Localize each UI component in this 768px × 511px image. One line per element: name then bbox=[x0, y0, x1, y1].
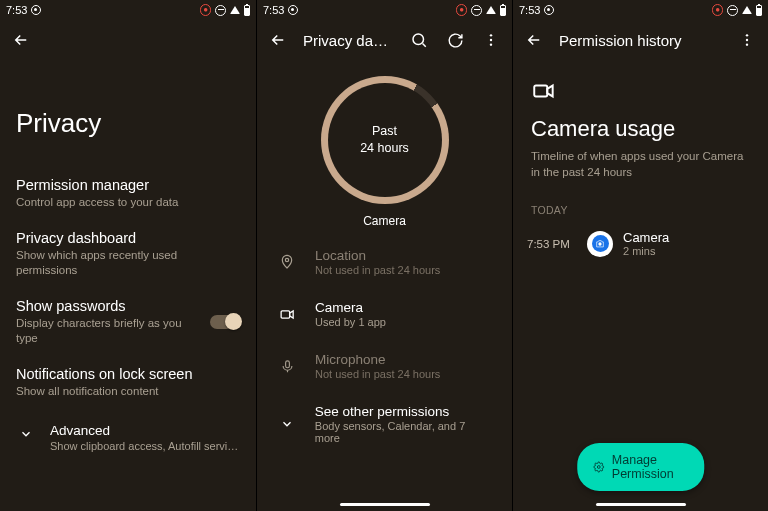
app-icon bbox=[587, 231, 613, 257]
svg-point-7 bbox=[746, 34, 748, 36]
wifi-icon bbox=[742, 6, 752, 14]
perm-subtitle: Body sensors, Calendar, and 7 more bbox=[315, 420, 492, 444]
refresh-button[interactable] bbox=[444, 29, 466, 51]
perm-microphone[interactable]: Microphone Not used in past 24 hours bbox=[257, 340, 512, 392]
screen-record-icon bbox=[31, 5, 41, 15]
svg-point-4 bbox=[285, 258, 288, 261]
camera-icon bbox=[277, 306, 297, 323]
setting-title: Advanced bbox=[50, 423, 240, 438]
nav-bar bbox=[257, 497, 512, 511]
battery-icon bbox=[244, 5, 250, 16]
privacy-settings-screen: 7:53 ● Privacy Permission manager Contro… bbox=[0, 0, 256, 511]
svg-point-0 bbox=[413, 34, 424, 45]
overflow-menu-button[interactable] bbox=[736, 29, 758, 51]
page-description: Timeline of when apps used your Camera i… bbox=[513, 148, 768, 196]
ring-line1: Past bbox=[360, 123, 409, 140]
setting-subtitle: Display characters briefly as you type bbox=[16, 316, 198, 346]
wifi-icon bbox=[230, 6, 240, 14]
chevron-down-icon bbox=[16, 423, 36, 445]
perm-see-other[interactable]: See other permissions Body sensors, Cale… bbox=[257, 392, 512, 456]
status-time: 7:53 bbox=[6, 4, 27, 16]
setting-lockscreen-notifications[interactable]: Notifications on lock screen Show all no… bbox=[0, 356, 256, 409]
status-bar: 7:53 ● bbox=[0, 0, 256, 20]
status-time: 7:53 bbox=[519, 4, 540, 16]
setting-title: Permission manager bbox=[16, 177, 240, 193]
nav-pill[interactable] bbox=[596, 503, 686, 506]
perm-subtitle: Not used in past 24 hours bbox=[315, 368, 440, 380]
show-passwords-toggle[interactable] bbox=[210, 315, 240, 329]
ring-line2: 24 hours bbox=[360, 140, 409, 157]
overflow-menu-button[interactable] bbox=[480, 29, 502, 51]
back-button[interactable] bbox=[523, 29, 545, 51]
battery-icon bbox=[500, 5, 506, 16]
screen-record-icon bbox=[288, 5, 298, 15]
setting-subtitle: Show clipboard access, Autofill service … bbox=[50, 440, 240, 452]
microphone-icon bbox=[277, 359, 297, 374]
svg-point-1 bbox=[490, 34, 492, 36]
fab-label: Manage Permission bbox=[612, 453, 688, 481]
setting-show-passwords[interactable]: Show passwords Display characters briefl… bbox=[0, 288, 256, 356]
nav-pill[interactable] bbox=[340, 503, 430, 506]
perm-title: Microphone bbox=[315, 352, 440, 367]
gear-icon bbox=[593, 459, 604, 475]
dnd-icon bbox=[471, 5, 482, 16]
usage-duration: 2 mins bbox=[623, 245, 669, 257]
page-title: Privacy bbox=[0, 60, 256, 167]
setting-subtitle: Control app access to your data bbox=[16, 195, 240, 210]
search-button[interactable] bbox=[408, 29, 430, 51]
svg-point-3 bbox=[490, 43, 492, 45]
appbar-title: Privacy dashb... bbox=[303, 32, 394, 49]
svg-point-9 bbox=[746, 43, 748, 45]
recording-pill-icon: ● bbox=[712, 4, 723, 16]
status-bar: 7:53 ● bbox=[257, 0, 512, 20]
camera-icon bbox=[531, 78, 768, 104]
setting-title: Notifications on lock screen bbox=[16, 366, 240, 382]
battery-icon bbox=[756, 5, 762, 16]
section-today: TODAY bbox=[513, 196, 768, 224]
setting-privacy-dashboard[interactable]: Privacy dashboard Show which apps recent… bbox=[0, 220, 256, 288]
status-bar: 7:53 ● bbox=[513, 0, 768, 20]
svg-rect-5 bbox=[281, 310, 290, 317]
back-button[interactable] bbox=[10, 29, 32, 51]
screen-record-icon bbox=[544, 5, 554, 15]
svg-point-12 bbox=[597, 466, 600, 469]
status-time: 7:53 bbox=[263, 4, 284, 16]
recording-pill-icon: ● bbox=[200, 4, 211, 16]
location-icon bbox=[277, 254, 297, 270]
setting-title: Privacy dashboard bbox=[16, 230, 240, 246]
app-bar bbox=[0, 20, 256, 60]
perm-title: Location bbox=[315, 248, 440, 263]
perm-title: Camera bbox=[315, 300, 386, 315]
page-heading: Camera usage bbox=[513, 104, 768, 148]
ring-label: Camera bbox=[363, 214, 406, 228]
permission-history-screen: 7:53 ● Permission history Camera usage T… bbox=[512, 0, 768, 511]
app-bar: Privacy dashb... bbox=[257, 20, 512, 60]
setting-permission-manager[interactable]: Permission manager Control app access to… bbox=[0, 167, 256, 220]
recording-pill-icon: ● bbox=[456, 4, 467, 16]
svg-rect-10 bbox=[534, 86, 547, 97]
wifi-icon bbox=[486, 6, 496, 14]
chevron-down-icon bbox=[277, 417, 297, 431]
dnd-icon bbox=[215, 5, 226, 16]
setting-subtitle: Show which apps recently used permission… bbox=[16, 248, 240, 278]
perm-location[interactable]: Location Not used in past 24 hours bbox=[257, 236, 512, 288]
setting-title: Show passwords bbox=[16, 298, 198, 314]
setting-subtitle: Show all notification content bbox=[16, 384, 240, 399]
dnd-icon bbox=[727, 5, 738, 16]
manage-permission-button[interactable]: Manage Permission bbox=[577, 443, 705, 491]
usage-ring: Past 24 hours Camera bbox=[257, 60, 512, 236]
svg-point-8 bbox=[746, 39, 748, 41]
setting-advanced[interactable]: Advanced Show clipboard access, Autofill… bbox=[0, 409, 256, 466]
usage-time: 7:53 PM bbox=[527, 238, 577, 250]
perm-camera[interactable]: Camera Used by 1 app bbox=[257, 288, 512, 340]
perm-subtitle: Used by 1 app bbox=[315, 316, 386, 328]
svg-rect-6 bbox=[285, 360, 289, 367]
app-bar: Permission history bbox=[513, 20, 768, 60]
perm-title: See other permissions bbox=[315, 404, 492, 419]
usage-app-name: Camera bbox=[623, 230, 669, 245]
back-button[interactable] bbox=[267, 29, 289, 51]
svg-point-11 bbox=[598, 242, 601, 245]
appbar-title: Permission history bbox=[559, 32, 722, 49]
privacy-dashboard-screen: 7:53 ● Privacy dashb... Past 24 hours bbox=[256, 0, 512, 511]
usage-entry[interactable]: 7:53 PM Camera 2 mins bbox=[513, 224, 768, 263]
